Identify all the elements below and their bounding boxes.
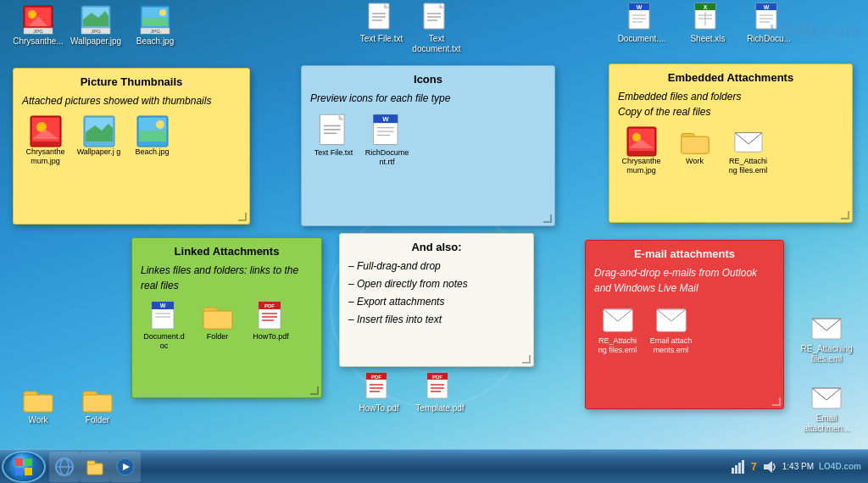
resize-handle[interactable]: [238, 213, 247, 221]
svg-rect-82: [139, 130, 166, 142]
txt2-icon: [420, 2, 453, 34]
email-eml-icon: [602, 304, 634, 336]
tray-icon-7: 7: [751, 461, 757, 473]
resize-handle[interactable]: [543, 214, 552, 223]
desktop-icon-label: Text document.txt: [409, 34, 465, 54]
thumb-beach[interactable]: Beach.jpg: [129, 115, 175, 166]
desktop-icon-label: Chrysanthe...: [13, 36, 63, 47]
svg-rect-130: [15, 468, 23, 475]
desktop-icon-chrysanthemum[interactable]: JPG Chrysanthe...: [8, 4, 68, 47]
icons-card: Icons Preview icons for each file type T…: [301, 65, 555, 226]
resize-handle[interactable]: [841, 211, 849, 219]
desktop-icon-email-attach[interactable]: Email attachmen...: [797, 381, 856, 434]
icon-richdoc[interactable]: W RichDocument.rtf: [364, 113, 410, 167]
taskbar: 7 1:43 PM LO4D.com: [0, 449, 868, 483]
email-attach-eml[interactable]: Email attach ments.eml: [648, 304, 694, 355]
thumb-beach-icon: [136, 115, 169, 147]
svg-text:X: X: [704, 4, 708, 10]
linked-folder[interactable]: Folder: [194, 300, 241, 351]
folder-icon: [22, 383, 54, 415]
svg-rect-52: [83, 395, 112, 412]
desktop-icon-label: Work: [28, 415, 47, 425]
linked-label: Folder: [207, 332, 229, 341]
linked-document[interactable]: W Document.d oc: [141, 300, 187, 351]
svg-text:PDF: PDF: [432, 375, 442, 380]
linked-label: HowTo.pdf: [253, 332, 289, 341]
desktop-icon-re-attaching[interactable]: RE_Attaching files.eml: [797, 312, 856, 364]
start-button[interactable]: [2, 451, 46, 483]
txtfile-icon: [316, 113, 352, 148]
linked-pdf[interactable]: PDF HowTo.pdf: [248, 300, 294, 351]
taskbar-right: 7 1:43 PM LO4D.com: [731, 459, 868, 475]
eml-icon: [810, 312, 843, 344]
desktop-icon-label: Beach.jpg: [136, 36, 174, 47]
desktop-icon-label: Text File.txt: [360, 34, 403, 44]
explorer-icon: [85, 457, 105, 477]
thumb-chrysanthemum[interactable]: Chrysanthe mum.jpg: [22, 115, 69, 166]
svg-point-16: [159, 9, 166, 16]
email-label: Email attach ments.eml: [648, 336, 694, 355]
ie-button[interactable]: [49, 452, 80, 482]
explorer-button[interactable]: [80, 452, 110, 482]
excel-icon: X: [692, 2, 724, 34]
desktop-icon-label: HowTo.pdf: [359, 403, 398, 414]
embedded-attachments-card: Embedded Attachments Embedded files and …: [609, 64, 853, 223]
linked-attachments-card: Linked Attachments Linkes files and fold…: [131, 237, 322, 398]
desktop-icon-howto[interactable]: PDF HowTo.pdf: [349, 371, 409, 414]
desktop-icon-template[interactable]: PDF Template.pdf: [410, 371, 470, 414]
embedded-eml-icon: [733, 126, 764, 157]
svg-text:JPG: JPG: [91, 29, 101, 34]
icon-textfile[interactable]: Text File.txt: [310, 113, 357, 167]
svg-text:W: W: [637, 4, 643, 10]
email-re-attaching[interactable]: RE_Attachi ng files.eml: [594, 304, 641, 355]
svg-rect-15: [142, 18, 168, 26]
svg-text:W: W: [764, 4, 770, 10]
desktop-icon-folder[interactable]: Folder: [68, 383, 127, 425]
svg-marker-143: [764, 461, 772, 473]
svg-rect-101: [681, 136, 708, 153]
resize-handle[interactable]: [772, 397, 781, 406]
eml2-icon: [810, 381, 843, 414]
svg-rect-135: [87, 464, 103, 475]
svg-rect-141: [738, 463, 741, 474]
svg-rect-129: [25, 458, 32, 466]
embedded-work[interactable]: Work: [671, 126, 718, 175]
desktop-icon-textdoc[interactable]: Text document.txt: [407, 2, 466, 54]
desktop-icon-beach[interactable]: JPG Beach.jpg: [125, 4, 185, 47]
desktop-icon-document[interactable]: W Document....: [612, 2, 671, 44]
desktop-icon-sheet[interactable]: X Sheet.xls: [678, 2, 737, 44]
email-eml2-icon: [655, 304, 687, 336]
card-icons: Text File.txt W RichDocument.rtf: [310, 113, 546, 167]
card-title: Linked Attachments: [141, 245, 313, 258]
also-item-1: – Full-drag-and drop: [348, 258, 525, 274]
email-attachments-card: E-mail attachments Drag-and-drop e-mails…: [585, 240, 784, 409]
card-title: Icons: [310, 73, 546, 86]
desktop-icon-work[interactable]: Work: [8, 383, 68, 425]
ie-icon: [54, 457, 75, 477]
linked-word-icon: W: [148, 300, 181, 332]
thumb-wallpaper[interactable]: Wallpaper.j g: [75, 115, 122, 166]
desktop-icon-wallpaper[interactable]: JPG Wallpaper.jpg: [66, 4, 125, 47]
desktop-icon-label: RE_Attaching files.eml: [797, 344, 856, 364]
svg-rect-128: [15, 458, 23, 466]
desktop-icon-label: Wallpaper.jpg: [70, 36, 121, 47]
svg-text:JPG: JPG: [33, 29, 43, 34]
mediaplayer-button[interactable]: [110, 452, 141, 482]
desktop-icon-label: Email attachmen...: [797, 414, 856, 434]
thumb-label: Wallpaper.j g: [77, 147, 121, 157]
card-title: Embedded Attachments: [618, 71, 843, 84]
resize-handle[interactable]: [310, 386, 319, 395]
svg-rect-140: [735, 465, 737, 474]
embedded-label: Work: [686, 157, 704, 166]
resize-handle[interactable]: [522, 355, 531, 364]
card-body: Preview icons for each file type: [310, 91, 546, 106]
card-icons: W Document.d oc Folder PDF: [141, 300, 313, 351]
embedded-eml[interactable]: RE_Attachi ng files.eml: [725, 126, 771, 175]
svg-rect-113: [203, 311, 232, 329]
embedded-chrysanthemum[interactable]: Chrysanthe mum.jpg: [618, 126, 665, 175]
icon-label: Text File.txt: [314, 148, 353, 158]
desktop-icon-textfile[interactable]: Text File.txt: [352, 2, 411, 44]
image-jpg-icon: JPG: [80, 4, 112, 36]
thumb-wallpaper-icon: [83, 115, 115, 147]
card-icons: RE_Attachi ng files.eml Email attach men…: [594, 304, 775, 355]
